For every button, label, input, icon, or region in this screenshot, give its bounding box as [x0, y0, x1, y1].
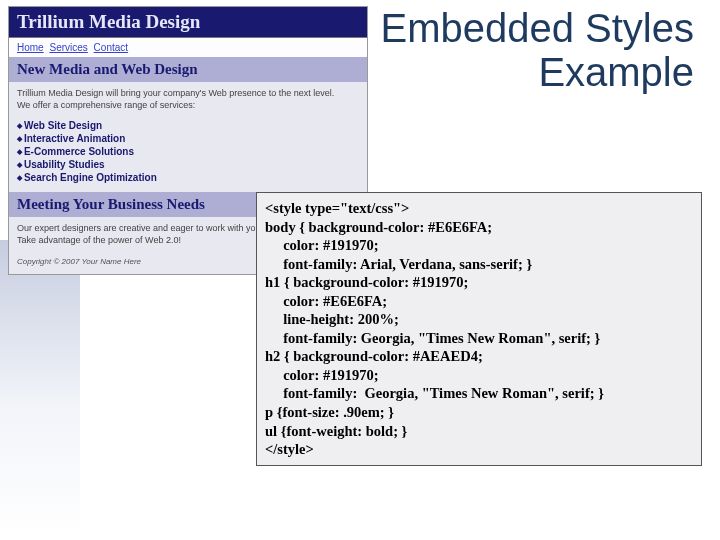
- list-item: Interactive Animation: [17, 132, 359, 145]
- list-item: Web Site Design: [17, 119, 359, 132]
- code-line: body { background-color: #E6E6FA;: [265, 219, 492, 235]
- intro-paragraph: Trillium Media Design will bring your co…: [9, 82, 367, 117]
- slide-title-line1: Embedded Styles: [380, 6, 694, 50]
- site-title-h1: Trillium Media Design: [9, 7, 367, 38]
- code-line: color: #E6E6FA;: [265, 293, 387, 309]
- code-line: color: #191970;: [265, 367, 379, 383]
- nav-home[interactable]: Home: [17, 42, 44, 53]
- nav-contact[interactable]: Contact: [94, 42, 128, 53]
- code-line: line-height: 200%;: [265, 311, 399, 327]
- code-line: p {font-size: .90em; }: [265, 404, 394, 420]
- heading-new-media: New Media and Web Design: [9, 57, 367, 82]
- list-item: Search Engine Optimization: [17, 171, 359, 184]
- decorative-gradient: [0, 240, 80, 540]
- code-line: color: #191970;: [265, 237, 379, 253]
- list-item: Usability Studies: [17, 158, 359, 171]
- css-code-block: <style type="text/css"> body { backgroun…: [256, 192, 702, 466]
- code-line: h2 { background-color: #AEAED4;: [265, 348, 483, 364]
- code-line: <style type="text/css">: [265, 200, 409, 216]
- nav-bar: Home Services Contact: [9, 38, 367, 57]
- code-line: font-family: Georgia, "Times New Roman",…: [265, 385, 604, 401]
- slide-title-line2: Example: [538, 50, 694, 94]
- code-line: </style>: [265, 441, 314, 457]
- code-line: font-family: Georgia, "Times New Roman",…: [265, 330, 600, 346]
- code-line: font-family: Arial, Verdana, sans-serif;…: [265, 256, 532, 272]
- nav-services[interactable]: Services: [49, 42, 87, 53]
- code-line: ul {font-weight: bold; }: [265, 423, 407, 439]
- services-list: Web Site Design Interactive Animation E-…: [9, 117, 367, 192]
- list-item: E-Commerce Solutions: [17, 145, 359, 158]
- code-line: h1 { background-color: #191970;: [265, 274, 468, 290]
- slide-title: Embedded Styles Example: [380, 6, 694, 94]
